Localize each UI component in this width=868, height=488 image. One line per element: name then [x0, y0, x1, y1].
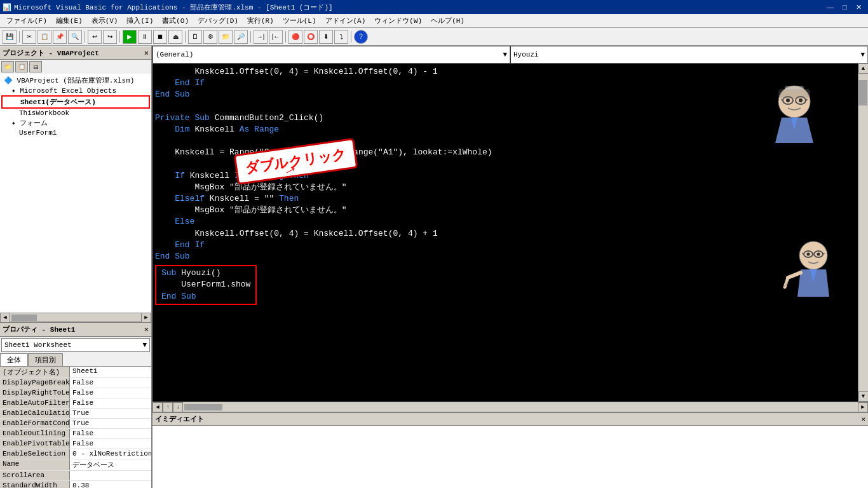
toolbar-modules[interactable]: 📁: [219, 30, 233, 44]
toolbar-indent[interactable]: →|: [254, 30, 268, 44]
tree-item[interactable]: ✦ Microsoft Excel Objects: [1, 86, 150, 95]
code-line: Sub Hyouzi() UserForm1.showEnd Sub: [155, 265, 855, 305]
tree-item[interactable]: Sheet1(データベース): [1, 95, 150, 109]
prop-row[interactable]: DisplayRightToLeftFalse: [0, 388, 151, 398]
code-container: Knskcell.Offset(0, 4) = Knskcell.Offset(…: [153, 64, 858, 402]
project-panel: プロジェクト - VBAProject ✕ 📁 📋 🗂 🔷 VBAProject…: [0, 46, 151, 323]
hscroll-track[interactable]: [11, 315, 140, 321]
menu-view[interactable]: 表示(V): [88, 15, 122, 27]
toolbar-properties[interactable]: ⚙: [203, 30, 217, 44]
project-hscrollbar[interactable]: ◀ ▶: [0, 313, 151, 322]
prop-value: False: [70, 439, 151, 449]
svg-line-12: [788, 273, 801, 278]
menu-format[interactable]: 書式(O): [158, 15, 193, 27]
prop-row[interactable]: EnableSelection0 - xlNoRestrictions: [0, 449, 151, 459]
code-vscrollbar[interactable]: ▲ ▼: [858, 64, 868, 402]
toolbar-paste[interactable]: 📌: [53, 30, 67, 44]
toolbar-step-into[interactable]: ⬇: [319, 30, 333, 44]
code-proc-dropdown-arrow: ▼: [860, 51, 865, 58]
project-panel-title: プロジェクト - VBAProject: [3, 48, 99, 58]
prop-row[interactable]: EnablePivotTableFalse: [0, 439, 151, 449]
toolbar-clear-bp[interactable]: ⭕: [304, 30, 318, 44]
toolbar-cut[interactable]: ✂: [22, 30, 36, 44]
props-panel-title: プロパティ - Sheet1: [3, 325, 75, 334]
prop-row[interactable]: EnableFormatConditicTrue: [0, 419, 151, 429]
props-tab-category[interactable]: 項目別: [28, 353, 63, 366]
prop-row[interactable]: EnableCalculationTrue: [0, 409, 151, 419]
code-line: End Sub: [155, 251, 855, 262]
project-view-folders[interactable]: 📁: [1, 61, 14, 72]
close-button[interactable]: ✕: [852, 3, 865, 11]
code-body-wrapper: Knskcell.Offset(0, 4) = Knskcell.Offset(…: [153, 64, 868, 402]
code-proc-dropdown[interactable]: Hyouzi ▼: [510, 46, 868, 64]
svg-point-4: [799, 98, 803, 102]
toolbar-step-over[interactable]: ⤵: [334, 30, 348, 44]
maximize-button[interactable]: □: [839, 3, 851, 11]
prop-row[interactable]: ScrollArea: [0, 471, 151, 481]
menu-addins[interactable]: アドイン(A): [322, 15, 370, 27]
toolbar-userform[interactable]: 🗒: [188, 30, 202, 44]
project-tree[interactable]: 🔷 VBAProject (部品在庫管理.xlsm)✦ Microsoft Ex…: [0, 74, 151, 313]
code-hscrollbar: ◀ ↑ ↓ ▶: [153, 402, 868, 412]
props-tab-all[interactable]: 全体: [0, 353, 28, 366]
props-table: (オブジェクト名)Sheet1DisplayPageBreaksFalseDis…: [0, 367, 151, 488]
prop-row[interactable]: EnableOutliningFalse: [0, 429, 151, 439]
vscroll-down[interactable]: ▼: [858, 391, 869, 402]
toolbar-run[interactable]: ▶: [123, 30, 137, 44]
hscroll-left[interactable]: ◀: [0, 313, 10, 323]
tree-item[interactable]: 🔷 VBAProject (部品在庫管理.xlsm): [1, 75, 150, 86]
menu-run[interactable]: 実行(R): [243, 15, 278, 27]
toolbar-outdent[interactable]: |←: [269, 30, 283, 44]
toolbar-help[interactable]: ?: [354, 30, 368, 44]
toolbar-objbrowser[interactable]: 🔎: [234, 30, 248, 44]
toolbar-stop[interactable]: ⏹: [153, 30, 167, 44]
menu-insert[interactable]: 挿入(I): [123, 15, 157, 27]
prop-row[interactable]: DisplayPageBreaksFalse: [0, 378, 151, 388]
toolbar-find[interactable]: 🔍: [68, 30, 82, 44]
project-view-props[interactable]: 🗂: [29, 61, 42, 72]
prop-row[interactable]: EnableAutoFilterFalse: [0, 398, 151, 409]
code-line: [155, 135, 855, 147]
svg-point-11: [817, 253, 820, 256]
vscroll-up[interactable]: ▲: [858, 64, 869, 74]
code-scroll-down-btn[interactable]: ↓: [173, 402, 183, 412]
mascot-bottom: ノ: [782, 240, 839, 319]
immediate-close[interactable]: ✕: [861, 415, 865, 423]
menu-window[interactable]: ウィンドウ(W): [370, 15, 426, 27]
toolbar-save[interactable]: 💾: [3, 30, 17, 44]
toolbar-copy[interactable]: 📋: [37, 30, 51, 44]
menu-tools[interactable]: ツール(L): [279, 15, 320, 27]
tree-item[interactable]: ThisWorkbook: [1, 109, 150, 118]
code-editor[interactable]: Knskcell.Offset(0, 4) = Knskcell.Offset(…: [153, 64, 858, 308]
toolbar-reset[interactable]: ⏏: [168, 30, 182, 44]
toolbar-toggle-bp[interactable]: 🔴: [288, 30, 302, 44]
code-scroll-left[interactable]: ◀: [153, 402, 163, 412]
prop-row[interactable]: Nameデータベース: [0, 459, 151, 471]
toolbar-redo[interactable]: ↪: [103, 30, 117, 44]
minimize-button[interactable]: —: [823, 3, 837, 11]
code-object-dropdown[interactable]: (General) ▼: [153, 46, 510, 64]
prop-value: 0 - xlNoRestrictions: [70, 449, 151, 459]
props-object-dropdown[interactable]: Sheet1 Worksheet ▼: [1, 338, 150, 352]
menu-edit[interactable]: 編集(E): [52, 15, 86, 27]
prop-row[interactable]: StandardWidth8.38: [0, 481, 151, 488]
code-scroll-right[interactable]: ▶: [858, 402, 868, 412]
project-view-list[interactable]: 📋: [15, 61, 28, 72]
menu-help[interactable]: ヘルプ(H): [427, 15, 468, 27]
immediate-content[interactable]: [153, 426, 868, 488]
props-panel-close[interactable]: ✕: [144, 325, 149, 334]
toolbar-undo[interactable]: ↩: [88, 30, 102, 44]
tree-item[interactable]: UserForm1: [1, 128, 150, 137]
prop-value: False: [70, 398, 151, 408]
menu-debug[interactable]: デバッグ(D): [194, 15, 242, 27]
props-panel-header: プロパティ - Sheet1 ✕: [0, 323, 151, 337]
title-bar: 📊 Microsoft Visual Basic for Application…: [0, 0, 868, 14]
code-hscroll-track[interactable]: [184, 404, 857, 410]
toolbar-pause[interactable]: ⏸: [138, 30, 152, 44]
code-scroll-up-btn[interactable]: ↑: [163, 402, 173, 412]
prop-row[interactable]: (オブジェクト名)Sheet1: [0, 367, 151, 378]
hscroll-right[interactable]: ▶: [141, 313, 151, 323]
tree-item[interactable]: ✦ フォーム: [1, 118, 150, 128]
menu-file[interactable]: ファイル(F): [3, 15, 51, 27]
project-panel-close[interactable]: ✕: [144, 48, 149, 58]
